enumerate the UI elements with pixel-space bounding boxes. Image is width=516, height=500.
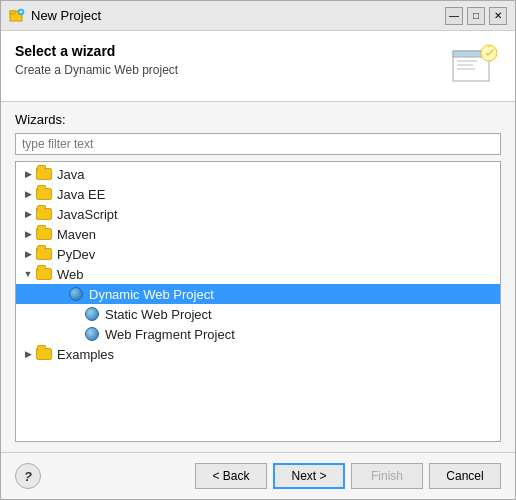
tree-item-javaee-label: Java EE xyxy=(57,187,105,202)
tree-item-examples-label: Examples xyxy=(57,347,114,362)
folder-javaee-icon xyxy=(36,187,54,201)
expand-fragment-arrow xyxy=(68,326,84,342)
tree-item-maven[interactable]: Maven xyxy=(16,224,500,244)
tree-item-maven-label: Maven xyxy=(57,227,96,242)
tree-item-web-label: Web xyxy=(57,267,84,282)
tree-item-pydev-label: PyDev xyxy=(57,247,95,262)
close-button[interactable]: ✕ xyxy=(489,7,507,25)
cancel-button[interactable]: Cancel xyxy=(429,463,501,489)
tree-item-javascript-label: JavaScript xyxy=(57,207,118,222)
tree-item-javaee[interactable]: Java EE xyxy=(16,184,500,204)
wizard-header-icon xyxy=(451,43,501,89)
tree-item-web[interactable]: Web xyxy=(16,264,500,284)
expand-java-arrow xyxy=(20,166,36,182)
filter-input[interactable] xyxy=(15,133,501,155)
expand-pydev-arrow xyxy=(20,246,36,262)
tree-container: Java Java EE JavaScript xyxy=(15,161,501,442)
expand-examples-arrow xyxy=(20,346,36,362)
tree-item-static-web[interactable]: Static Web Project xyxy=(16,304,500,324)
tree-item-java-label: Java xyxy=(57,167,84,182)
tree-item-web-fragment-label: Web Fragment Project xyxy=(105,327,235,342)
svg-rect-7 xyxy=(457,68,475,70)
folder-java-icon xyxy=(36,167,54,181)
tree-item-pydev[interactable]: PyDev xyxy=(16,244,500,264)
tree-item-web-fragment[interactable]: Web Fragment Project xyxy=(16,324,500,344)
header-subtitle: Create a Dynamic Web project xyxy=(15,63,178,77)
title-text: New Project xyxy=(31,8,101,23)
title-bar: New Project — □ ✕ xyxy=(1,1,515,31)
header-text: Select a wizard Create a Dynamic Web pro… xyxy=(15,43,178,77)
folder-examples-icon xyxy=(36,347,54,361)
next-button[interactable]: Next > xyxy=(273,463,345,489)
expand-maven-arrow xyxy=(20,226,36,242)
folder-js-icon xyxy=(36,207,54,221)
new-project-dialog: New Project — □ ✕ Select a wizard Create… xyxy=(0,0,516,500)
tree-item-static-web-label: Static Web Project xyxy=(105,307,212,322)
tree-item-javascript[interactable]: JavaScript xyxy=(16,204,500,224)
back-button[interactable]: < Back xyxy=(195,463,267,489)
expand-js-arrow xyxy=(20,206,36,222)
maximize-button[interactable]: □ xyxy=(467,7,485,25)
footer-right: < Back Next > Finish Cancel xyxy=(195,463,501,489)
finish-button[interactable]: Finish xyxy=(351,463,423,489)
globe-static-icon xyxy=(84,307,102,321)
svg-rect-5 xyxy=(457,60,477,62)
footer: ? < Back Next > Finish Cancel xyxy=(1,452,515,499)
tree-inner[interactable]: Java Java EE JavaScript xyxy=(16,162,500,441)
folder-web-icon xyxy=(36,267,54,281)
new-project-icon xyxy=(9,8,25,24)
folder-maven-icon xyxy=(36,227,54,241)
help-button[interactable]: ? xyxy=(15,463,41,489)
expand-dynamic-arrow xyxy=(52,286,68,302)
expand-static-arrow xyxy=(68,306,84,322)
expand-web-arrow xyxy=(20,266,36,282)
main-content: Wizards: Java Java EE xyxy=(1,102,515,452)
tree-item-java[interactable]: Java xyxy=(16,164,500,184)
svg-rect-1 xyxy=(10,11,15,14)
tree-item-dynamic-web-label: Dynamic Web Project xyxy=(89,287,214,302)
title-bar-left: New Project xyxy=(9,8,101,24)
svg-rect-6 xyxy=(457,64,473,66)
globe-fragment-icon xyxy=(84,327,102,341)
tree-item-examples[interactable]: Examples xyxy=(16,344,500,364)
globe-dynamic-icon xyxy=(68,287,86,301)
wizards-label: Wizards: xyxy=(15,112,501,127)
folder-pydev-icon xyxy=(36,247,54,261)
tree-item-dynamic-web[interactable]: Dynamic Web Project xyxy=(16,284,500,304)
header-title: Select a wizard xyxy=(15,43,178,59)
expand-javaee-arrow xyxy=(20,186,36,202)
minimize-button[interactable]: — xyxy=(445,7,463,25)
title-controls: — □ ✕ xyxy=(445,7,507,25)
footer-left: ? xyxy=(15,463,41,489)
header-section: Select a wizard Create a Dynamic Web pro… xyxy=(1,31,515,102)
